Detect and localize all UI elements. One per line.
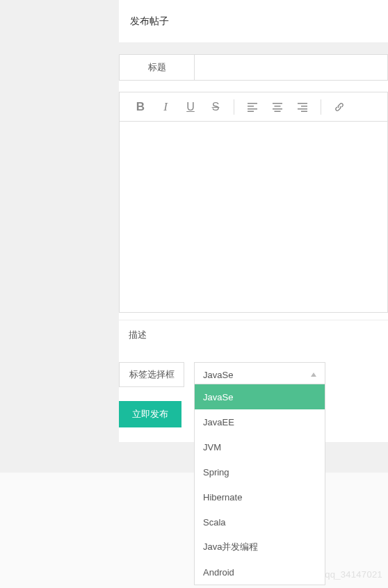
tag-dropdown: JavaSeJavaEEJVMSpringHibernateScalaJava并…: [194, 384, 325, 585]
underline-button[interactable]: U: [178, 95, 203, 120]
editor-toolbar: B I U S: [119, 92, 388, 121]
align-right-button[interactable]: [290, 95, 315, 120]
svg-rect-11: [301, 111, 307, 112]
svg-rect-8: [298, 103, 307, 104]
underline-icon: U: [186, 101, 195, 113]
svg-rect-5: [275, 106, 281, 107]
svg-rect-2: [248, 108, 257, 110]
editor-content[interactable]: [119, 121, 388, 313]
align-left-icon: [247, 101, 258, 113]
divider-gap: [119, 43, 388, 54]
italic-button[interactable]: I: [153, 95, 178, 120]
editor: B I U S: [119, 92, 388, 313]
strikethrough-icon: S: [212, 101, 220, 113]
svg-rect-3: [248, 111, 254, 112]
content-panel: 发布帖子 标题 B I U S: [119, 0, 388, 442]
tag-option[interactable]: Android: [195, 560, 325, 585]
tag-option[interactable]: Scala: [195, 509, 325, 534]
link-icon: [334, 101, 345, 113]
svg-rect-7: [275, 111, 281, 112]
submit-button-label: 立即发布: [132, 408, 168, 420]
toolbar-divider: [321, 99, 321, 115]
toolbar-divider: [234, 99, 234, 115]
italic-icon: I: [163, 100, 168, 114]
svg-rect-1: [248, 106, 254, 107]
bold-icon: B: [136, 100, 145, 114]
tag-dropdown-list[interactable]: JavaSeJavaEEJVMSpringHibernateScalaJava并…: [195, 384, 325, 585]
title-field: 标题: [119, 54, 388, 81]
svg-rect-6: [273, 108, 282, 110]
tag-label: 标签选择框: [119, 362, 184, 387]
link-button[interactable]: [327, 95, 352, 120]
align-center-icon: [272, 101, 283, 113]
svg-rect-10: [298, 108, 307, 110]
tag-option[interactable]: Java并发编程: [195, 534, 325, 560]
bold-button[interactable]: B: [128, 95, 153, 120]
tag-option[interactable]: Hibernate: [195, 484, 325, 509]
align-center-button[interactable]: [265, 95, 290, 120]
tag-select-value: JavaSe: [203, 370, 233, 380]
align-right-icon: [297, 101, 308, 113]
page-title-text: 发布帖子: [130, 15, 169, 28]
title-input[interactable]: [195, 55, 387, 80]
page-title: 发布帖子: [119, 0, 388, 43]
chevron-up-icon: [311, 373, 316, 377]
submit-button[interactable]: 立即发布: [119, 401, 181, 427]
svg-rect-4: [273, 103, 282, 104]
description-label: 描述: [119, 320, 388, 350]
tag-option[interactable]: JVM: [195, 434, 325, 459]
svg-rect-9: [301, 106, 307, 107]
tag-option[interactable]: JavaEE: [195, 409, 325, 434]
tag-option[interactable]: JavaSe: [195, 384, 325, 409]
title-label: 标题: [120, 55, 195, 80]
align-left-button[interactable]: [240, 95, 265, 120]
tag-option[interactable]: Spring: [195, 459, 325, 484]
svg-rect-0: [248, 103, 257, 104]
strikethrough-button[interactable]: S: [203, 95, 228, 120]
